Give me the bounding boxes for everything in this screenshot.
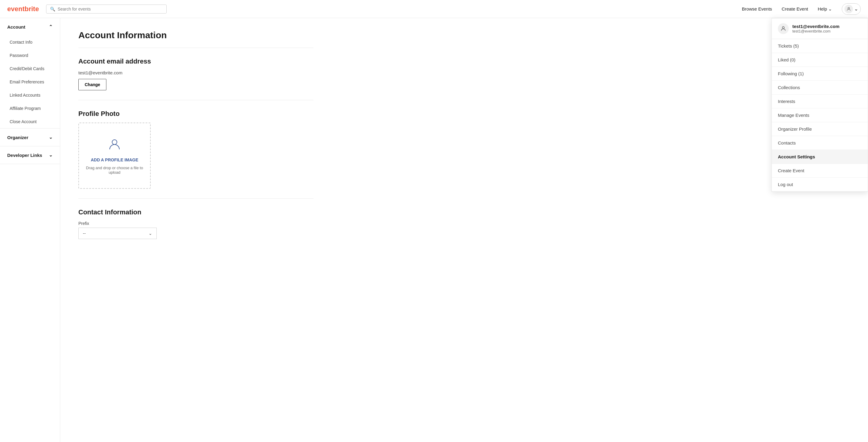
- dropdown-item-interests[interactable]: Interests: [772, 95, 868, 108]
- header: eventbrite 🔍 Browse Events Create Event …: [0, 0, 868, 18]
- logo-event: eventbrite: [7, 5, 39, 13]
- prefix-chevron-icon: ⌄: [149, 231, 152, 236]
- upload-hint: Drag and drop or choose a file to upload: [85, 166, 144, 175]
- help-link[interactable]: Help ⌄: [818, 6, 832, 12]
- sidebar-section-account: Account ⌃ Contact Info Password Credit/D…: [0, 18, 60, 129]
- profile-placeholder-icon: [107, 137, 122, 152]
- sidebar-item-close-account[interactable]: Close Account: [0, 115, 60, 128]
- dropdown-item-liked[interactable]: Liked (0): [772, 53, 868, 67]
- search-icon: 🔍: [50, 7, 55, 11]
- prefix-field: Prefix -- ⌄: [79, 221, 313, 239]
- prefix-select[interactable]: -- ⌄: [79, 228, 157, 239]
- page-title: Account Information: [79, 30, 313, 48]
- dropdown-item-following[interactable]: Following (1): [772, 67, 868, 81]
- user-avatar-icon: [844, 5, 853, 13]
- sidebar: Account ⌃ Contact Info Password Credit/D…: [0, 18, 60, 442]
- dropdown-item-tickets[interactable]: Tickets (5): [772, 39, 868, 53]
- sidebar-organizer-chevron-icon: ⌄: [49, 135, 53, 140]
- contact-info-title: Contact Information: [79, 208, 313, 216]
- create-event-link[interactable]: Create Event: [782, 6, 808, 11]
- sidebar-item-credit-debit-cards[interactable]: Credit/Debit Cards: [0, 62, 60, 75]
- profile-photo-title: Profile Photo: [79, 110, 313, 118]
- sidebar-item-contact-info[interactable]: Contact Info: [0, 36, 60, 49]
- dropdown-item-logout[interactable]: Log out: [772, 178, 868, 192]
- prefix-label: Prefix: [79, 221, 313, 226]
- sidebar-item-linked-accounts[interactable]: Linked Accounts: [0, 89, 60, 102]
- svg-point-2: [782, 27, 784, 29]
- page-layout: Account ⌃ Contact Info Password Credit/D…: [0, 18, 868, 442]
- dropdown-item-account-settings[interactable]: Account Settings: [772, 150, 868, 164]
- divider-1: [79, 100, 313, 100]
- dropdown-user-header: test1@eventbrite.com test1@eventbrite.co…: [772, 19, 868, 39]
- svg-point-0: [848, 7, 849, 9]
- main-content: Account Information Account email addres…: [60, 18, 332, 442]
- sidebar-section-developer-links: Developer Links ⌄: [0, 146, 60, 164]
- sidebar-section-organizer: Organizer ⌄: [0, 129, 60, 146]
- dropdown-user-avatar-icon: [778, 23, 789, 34]
- divider-2: [79, 198, 313, 199]
- help-chevron-icon: ⌄: [828, 6, 832, 12]
- search-input[interactable]: [58, 7, 163, 11]
- prefix-value: --: [83, 231, 86, 236]
- sidebar-section-developer-links-header[interactable]: Developer Links ⌄: [0, 146, 60, 164]
- user-dropdown-menu: test1@eventbrite.com test1@eventbrite.co…: [772, 18, 868, 192]
- user-chevron-icon: ⌄: [854, 6, 858, 12]
- sidebar-item-affiliate-program[interactable]: Affiliate Program: [0, 102, 60, 115]
- photo-upload-box[interactable]: ADD A PROFILE IMAGE Drag and drop or cho…: [79, 123, 151, 189]
- logo[interactable]: eventbrite: [7, 5, 39, 13]
- sidebar-section-account-header[interactable]: Account ⌃: [0, 18, 60, 36]
- email-address-value: test1@eventbrite.com: [79, 70, 313, 75]
- dropdown-item-manage-events[interactable]: Manage Events: [772, 108, 868, 122]
- dropdown-email-sub: test1@eventbrite.com: [792, 29, 839, 33]
- dropdown-item-organizer-profile[interactable]: Organizer Profile: [772, 122, 868, 136]
- search-bar[interactable]: 🔍: [46, 4, 167, 13]
- change-email-button[interactable]: Change: [79, 79, 106, 90]
- browse-events-link[interactable]: Browse Events: [742, 6, 772, 11]
- email-section-title: Account email address: [79, 58, 313, 65]
- sidebar-account-chevron-icon: ⌃: [49, 24, 53, 30]
- user-menu-button[interactable]: ⌄: [842, 3, 861, 15]
- dropdown-item-contacts[interactable]: Contacts: [772, 136, 868, 150]
- svg-point-1: [112, 140, 117, 144]
- sidebar-developer-chevron-icon: ⌄: [49, 152, 53, 158]
- contact-info-section: Contact Information Prefix -- ⌄: [79, 208, 313, 239]
- dropdown-user-info: test1@eventbrite.com test1@eventbrite.co…: [792, 24, 839, 33]
- sidebar-item-email-preferences[interactable]: Email Preferences: [0, 75, 60, 89]
- upload-label: ADD A PROFILE IMAGE: [91, 157, 138, 163]
- header-nav: Browse Events Create Event Help ⌄ ⌄: [742, 3, 861, 15]
- sidebar-section-organizer-header[interactable]: Organizer ⌄: [0, 129, 60, 146]
- dropdown-item-collections[interactable]: Collections: [772, 81, 868, 95]
- dropdown-item-create-event[interactable]: Create Event: [772, 164, 868, 178]
- email-section: Account email address test1@eventbrite.c…: [79, 58, 313, 90]
- profile-photo-section: Profile Photo ADD A PROFILE IMAGE Drag a…: [79, 110, 313, 189]
- sidebar-item-password[interactable]: Password: [0, 49, 60, 62]
- dropdown-email-main: test1@eventbrite.com: [792, 24, 839, 29]
